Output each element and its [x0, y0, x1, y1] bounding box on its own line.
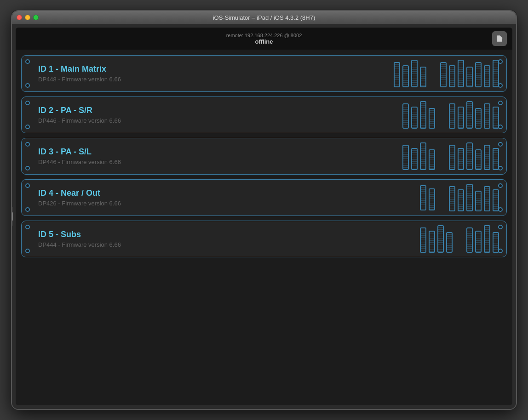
meter-bar	[475, 108, 482, 129]
corner-dot-bl	[25, 125, 30, 129]
device-info: ID 5 - SubsDP444 - Firmware version 6.66	[29, 230, 420, 248]
meter-bar	[446, 232, 453, 253]
meter-bar	[402, 145, 409, 170]
meter-bar	[475, 231, 482, 253]
connection-status: offline	[226, 38, 302, 45]
meter-group-left	[394, 60, 426, 87]
meter-bar	[458, 189, 464, 211]
device-name: ID 1 - Main Matrix	[38, 64, 394, 74]
meter-bar	[475, 62, 482, 87]
meter-bar	[458, 60, 464, 87]
meter-bar	[429, 188, 435, 210]
meter-bar	[484, 186, 490, 211]
device-model: DP426 - Firmware version 6.66	[38, 200, 420, 207]
corner-dot-tl	[25, 142, 30, 147]
ipad-side-button[interactable]	[11, 207, 13, 226]
meter-bar	[420, 227, 426, 253]
device-model: DP444 - Firmware version 6.66	[38, 241, 420, 248]
device-model: DP448 - Firmware version 6.66	[38, 76, 394, 83]
corner-dot-tl	[25, 225, 30, 229]
meter-bar	[466, 184, 473, 211]
corner-dot-bl	[25, 83, 30, 88]
meter-bar	[449, 65, 455, 87]
remote-address: remote: 192.168.224.226 @ 8002	[226, 33, 302, 38]
meter-bar	[420, 67, 426, 87]
connection-info: remote: 192.168.224.226 @ 8002 offline	[226, 33, 302, 45]
corner-dot-tl	[25, 101, 30, 105]
maximize-button[interactable]	[33, 15, 39, 20]
device-model: DP446 - Firmware version 6.66	[38, 117, 402, 124]
meter-bar	[493, 148, 499, 170]
meter-bar	[484, 225, 490, 253]
meter-bar	[411, 148, 418, 170]
device-info: ID 3 - PA - S/LDP446 - Firmware version …	[29, 147, 402, 165]
meter-group-right	[440, 60, 499, 87]
device-row[interactable]: ID 1 - Main MatrixDP448 - Firmware versi…	[21, 55, 507, 92]
top-bar: remote: 192.168.224.226 @ 8002 offline	[16, 28, 512, 50]
corner-dot-tr	[498, 183, 503, 188]
device-row[interactable]: ID 5 - SubsDP444 - Firmware version 6.66	[21, 221, 507, 257]
meter-group-left	[420, 185, 435, 210]
meter-bar	[402, 65, 409, 87]
meter-group-right	[466, 225, 499, 253]
meter-group-right	[449, 184, 499, 211]
device-name: ID 4 - Near / Out	[38, 188, 420, 198]
meter-bar	[458, 107, 464, 129]
device-meters	[394, 60, 499, 87]
meter-bar	[466, 227, 473, 253]
meter-bar	[449, 145, 455, 170]
ipad-screen: remote: 192.168.224.226 @ 8002 offline I…	[16, 28, 512, 405]
corner-dot-bl	[25, 166, 30, 170]
device-info: ID 1 - Main MatrixDP448 - Firmware versi…	[29, 64, 394, 83]
meter-bar	[484, 103, 490, 129]
device-model: DP446 - Firmware version 6.66	[38, 159, 402, 165]
device-info: ID 4 - Near / OutDP426 - Firmware versio…	[29, 188, 420, 207]
device-row[interactable]: ID 4 - Near / OutDP426 - Firmware versio…	[21, 179, 507, 216]
device-meters	[402, 142, 499, 170]
meter-bar	[429, 149, 435, 170]
traffic-lights	[17, 15, 39, 20]
meter-group-right	[449, 101, 499, 129]
window-frame: iOS-Simulator – iPad / iOS 4.3.2 (8H7) r…	[11, 10, 517, 410]
meter-bar	[437, 225, 444, 253]
meter-bar	[475, 149, 482, 170]
device-name: ID 2 - PA - S/R	[38, 106, 402, 115]
minimize-button[interactable]	[25, 15, 30, 20]
meter-bar	[493, 107, 499, 129]
meter-bar	[449, 103, 455, 129]
meter-bar	[466, 67, 473, 87]
meter-group-left	[420, 225, 453, 253]
meter-bar	[440, 62, 447, 87]
meter-bar	[394, 62, 400, 87]
export-button[interactable]	[492, 31, 507, 46]
corner-dot-tl	[25, 183, 30, 188]
close-button[interactable]	[17, 15, 22, 20]
meter-bar	[449, 186, 455, 211]
meter-bar	[420, 101, 426, 129]
meter-group-left	[402, 142, 435, 170]
meter-bar	[466, 142, 473, 170]
meter-bar	[484, 65, 490, 87]
device-row[interactable]: ID 3 - PA - S/LDP446 - Firmware version …	[21, 138, 507, 175]
meter-bar	[429, 231, 435, 253]
device-meters	[420, 184, 499, 211]
meter-bar	[429, 108, 435, 129]
title-bar: iOS-Simulator – iPad / iOS 4.3.2 (8H7)	[12, 11, 516, 24]
corner-dot-bl	[25, 249, 30, 253]
device-meters	[420, 225, 499, 253]
device-name: ID 5 - Subs	[38, 230, 420, 239]
device-row[interactable]: ID 2 - PA - S/RDP446 - Firmware version …	[21, 96, 507, 133]
device-info: ID 2 - PA - S/RDP446 - Firmware version …	[29, 106, 402, 124]
meter-bar	[411, 107, 418, 129]
window-title: iOS-Simulator – iPad / iOS 4.3.2 (8H7)	[213, 14, 316, 21]
device-meters	[402, 101, 499, 129]
export-icon	[495, 34, 504, 43]
meter-bar	[420, 185, 426, 210]
meter-group-left	[402, 101, 435, 129]
meter-group-right	[449, 142, 499, 170]
meter-bar	[466, 101, 473, 129]
meter-bar	[493, 60, 499, 87]
meter-bar	[402, 103, 409, 129]
meter-bar	[484, 145, 490, 170]
meter-bar	[475, 191, 482, 211]
